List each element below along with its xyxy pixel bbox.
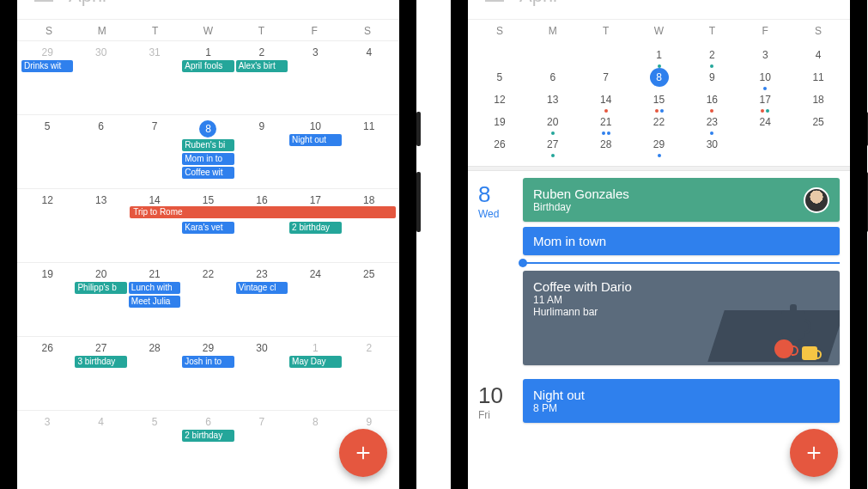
event-chip[interactable]: Ruben's bi xyxy=(182,139,234,151)
event-chip[interactable]: Mom in to xyxy=(182,153,234,165)
day-cell[interactable]: 7 xyxy=(128,119,181,186)
event-chip[interactable]: Vintage cl xyxy=(236,282,288,294)
mini-day-cell[interactable]: 22 xyxy=(633,116,686,128)
day-cell[interactable]: 3 xyxy=(288,45,342,113)
mini-day-cell[interactable]: 25 xyxy=(792,116,845,128)
mini-day-cell[interactable]: 15 xyxy=(633,94,686,106)
day-cell[interactable]: 2 xyxy=(343,340,396,408)
mini-day-cell[interactable]: 7 xyxy=(580,71,633,83)
mini-day-number: 21 xyxy=(600,116,611,128)
event-chip[interactable]: Alex's birt xyxy=(236,60,288,72)
day-cell[interactable]: 11 xyxy=(343,119,396,186)
day-cell[interactable]: 8 xyxy=(288,414,342,482)
mini-day-cell[interactable]: 21 xyxy=(580,116,633,128)
day-cell[interactable]: 13 xyxy=(74,193,127,260)
day-cell[interactable]: 9 xyxy=(235,119,288,186)
mini-day-cell[interactable]: 28 xyxy=(580,138,633,150)
day-cell[interactable]: 29Josh in to xyxy=(181,340,234,408)
mini-day-cell[interactable]: 3 xyxy=(738,49,792,61)
day-cell[interactable]: 31 xyxy=(128,45,181,113)
day-cell[interactable]: 6 xyxy=(74,119,127,186)
mini-day-cell[interactable]: 14 xyxy=(580,94,633,106)
day-cell[interactable]: 21Lunch withMeet Julia xyxy=(128,266,181,334)
mini-day-cell[interactable]: 13 xyxy=(526,94,580,106)
mini-day-cell[interactable]: 27 xyxy=(526,138,580,150)
day-cell[interactable]: 25 xyxy=(343,266,396,334)
day-cell[interactable]: 3 xyxy=(21,414,74,482)
day-cell[interactable]: 15Kara's vet xyxy=(181,193,234,260)
day-cell[interactable]: 19 xyxy=(21,266,74,334)
mini-day-cell[interactable]: 23 xyxy=(685,116,738,128)
day-cell[interactable]: 10Night out xyxy=(288,119,342,186)
day-cell[interactable]: 4 xyxy=(74,414,127,482)
event-chip-multi-day[interactable]: Trip to Rome xyxy=(130,206,396,218)
event-chip[interactable]: Philipp's b xyxy=(75,282,126,294)
event-card-birthday[interactable]: Ruben Gonzales Birthday xyxy=(523,178,840,222)
day-cell[interactable]: 1April fools xyxy=(181,45,234,113)
day-number: 9 xyxy=(236,120,288,132)
event-chip[interactable]: Drinks wit xyxy=(21,60,73,72)
mini-day-cell[interactable]: 1 xyxy=(633,49,686,61)
event-chip[interactable]: Meet Julia xyxy=(129,296,180,308)
day-cell[interactable]: 29Drinks wit xyxy=(21,45,74,113)
day-cell[interactable]: 30 xyxy=(74,45,127,113)
event-card[interactable]: Mom in town xyxy=(523,227,840,255)
mini-day-cell[interactable]: 18 xyxy=(792,94,845,106)
day-cell[interactable]: 24 xyxy=(288,266,342,334)
event-chip[interactable]: Coffee wit xyxy=(182,167,234,179)
mini-day-cell[interactable]: 26 xyxy=(473,138,526,150)
fab-add-event[interactable] xyxy=(339,429,387,477)
day-cell[interactable]: 2Alex's birt xyxy=(235,45,288,113)
mini-day-cell[interactable]: 11 xyxy=(792,71,845,83)
event-chip[interactable]: Kara's vet xyxy=(182,222,234,234)
day-cell[interactable]: 16 xyxy=(235,193,288,260)
day-cell[interactable]: 7 xyxy=(235,414,288,482)
day-cell[interactable]: 5 xyxy=(21,119,74,186)
event-chip[interactable]: 2 birthday xyxy=(289,222,341,234)
mini-day-cell[interactable]: 10 xyxy=(738,71,792,83)
day-cell[interactable]: 273 birthday xyxy=(74,340,127,408)
mini-day-cell[interactable]: 6 xyxy=(526,71,580,83)
day-cell[interactable]: 23Vintage cl xyxy=(235,266,288,334)
day-cell[interactable]: 5 xyxy=(128,414,181,482)
day-cell[interactable]: 172 birthday xyxy=(288,193,342,260)
mini-day-cell[interactable]: 5 xyxy=(473,71,526,83)
mini-day-cell[interactable]: 20 xyxy=(526,116,580,128)
day-cell[interactable]: 62 birthday xyxy=(181,414,234,482)
mini-day-cell[interactable]: 29 xyxy=(633,138,686,150)
event-chip[interactable]: 2 birthday xyxy=(182,430,234,442)
event-chip[interactable]: 3 birthday xyxy=(75,356,126,368)
fab-add-event[interactable] xyxy=(790,429,838,477)
day-cell[interactable]: 1May Day xyxy=(288,340,342,408)
event-chip[interactable]: Lunch with xyxy=(129,282,180,294)
mini-day-cell[interactable]: 24 xyxy=(738,116,792,128)
day-cell[interactable]: 4 xyxy=(343,45,396,113)
mini-day-cell[interactable]: 30 xyxy=(685,138,738,150)
event-dots xyxy=(685,131,738,135)
day-cell[interactable]: 30 xyxy=(235,340,288,408)
day-cell[interactable]: 14 xyxy=(128,193,181,260)
event-card[interactable]: Night out 8 PM xyxy=(523,379,840,423)
day-cell[interactable]: 12 xyxy=(21,193,74,260)
day-cell[interactable]: 28 xyxy=(128,340,181,408)
mini-day-cell[interactable]: 12 xyxy=(473,94,526,106)
dow-cell: W xyxy=(182,25,235,37)
event-chip[interactable]: Night out xyxy=(289,134,341,146)
day-cell[interactable]: 18 xyxy=(343,193,396,260)
mini-day-cell[interactable]: 17 xyxy=(738,94,792,106)
day-cell[interactable]: 26 xyxy=(21,340,74,408)
day-cell[interactable]: 20Philipp's b xyxy=(74,266,127,334)
day-cell[interactable]: 22 xyxy=(181,266,234,334)
mini-day-cell[interactable]: 9 xyxy=(685,71,738,83)
event-chip[interactable]: May Day xyxy=(289,356,341,368)
mini-day-cell[interactable]: 4 xyxy=(792,49,845,61)
mini-day-cell[interactable]: 2 xyxy=(685,49,738,61)
mini-day-cell[interactable]: 19 xyxy=(473,116,526,128)
mini-day-cell[interactable]: 16 xyxy=(685,94,738,106)
day-cell[interactable]: 8Ruben's biMom in toCoffee wit xyxy=(181,119,234,186)
day-number: 8 xyxy=(289,416,341,428)
event-card-coffee[interactable]: Coffee with Dario 11 AM Hurlimann bar xyxy=(523,271,840,365)
event-chip[interactable]: April fools xyxy=(182,60,234,72)
event-chip[interactable]: Josh in to xyxy=(182,356,234,368)
mini-day-cell[interactable]: 8 xyxy=(633,68,686,87)
